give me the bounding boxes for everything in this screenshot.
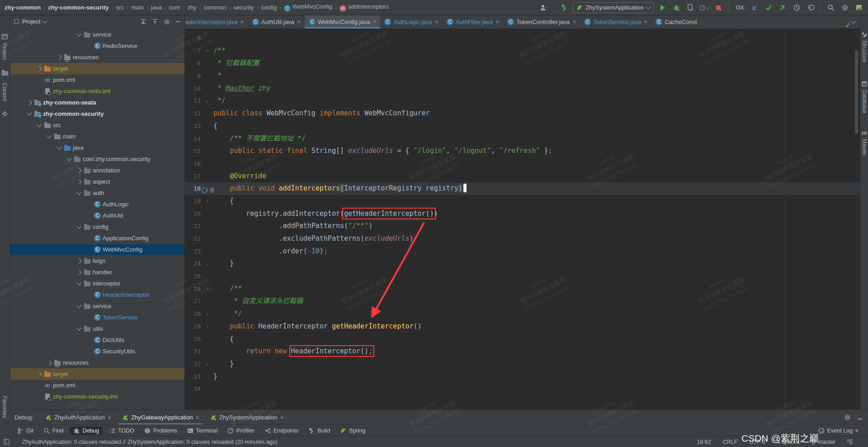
build-hammer-icon[interactable] — [559, 2, 570, 13]
tree-item-target[interactable]: target — [10, 368, 184, 380]
code-line-10[interactable]: 10 * @author zhy — [184, 82, 860, 95]
breadcrumb-item-webmvcconfig[interactable]: CWebMvcConfig — [283, 3, 333, 12]
chevron-right-icon[interactable] — [25, 101, 33, 105]
chevron-down-icon[interactable] — [42, 18, 47, 23]
tree-item-java[interactable]: java — [10, 142, 184, 153]
fold-down-icon[interactable]: ▿ — [204, 320, 211, 333]
collapse-all-icon[interactable] — [152, 19, 158, 24]
tree-item-headerinterceptor[interactable]: CHeaderInterceptor — [10, 289, 184, 300]
settings-gear-icon[interactable] — [840, 2, 850, 13]
close-tab-icon[interactable]: × — [241, 18, 244, 25]
chevron-right-icon[interactable] — [75, 259, 83, 263]
tree-item-zhy-common-security[interactable]: zhy-common-security — [10, 108, 184, 119]
debug-tab-zhyauthapplication[interactable]: ZhyAuthApplication× — [40, 410, 117, 425]
tree-item-webmvcconfig[interactable]: CWebMvcConfig — [10, 244, 184, 255]
tree-item-tokenservice[interactable]: CTokenService — [10, 312, 184, 323]
chevron-down-icon[interactable] — [75, 328, 83, 330]
user-account-icon[interactable] — [538, 2, 549, 13]
chevron-down-icon[interactable] — [75, 305, 83, 307]
code-line-32[interactable]: 32▵ } — [184, 358, 860, 371]
close-tab-icon[interactable]: × — [435, 18, 439, 25]
breadcrumb-item-zhy[interactable]: zhy — [187, 4, 198, 11]
toolwindow-button-find[interactable]: Find — [40, 427, 67, 435]
code-line-13[interactable]: 13{ — [184, 120, 860, 133]
override-method-gutter-icon[interactable]: ↑@ — [202, 184, 214, 196]
editor-tab-cacheconst[interactable]: CCacheConst — [651, 15, 701, 29]
git-branch-widget[interactable]: master — [811, 439, 835, 445]
breadcrumb-item-addinterceptors[interactable]: maddInterceptors — [339, 3, 390, 12]
code-line-31[interactable]: 31 return new HeaderInterceptor(); — [184, 345, 860, 358]
tree-item-handler[interactable]: handler — [10, 266, 184, 278]
close-tab-icon[interactable]: × — [373, 18, 376, 25]
caret-position-widget[interactable]: 18:62 — [697, 439, 711, 445]
debug-tab-zhygatewayapplication[interactable]: ZhyGatewayApplication× — [117, 410, 205, 425]
code-line-21[interactable]: 21 .addPathPatterns("/**") — [184, 220, 860, 233]
tree-item-main[interactable]: main — [10, 131, 184, 142]
code-line-33[interactable]: 33} — [184, 371, 860, 383]
tree-item-aspect[interactable]: aspect — [10, 176, 184, 187]
chevron-right-icon[interactable] — [55, 56, 63, 59]
breadcrumb-item-security[interactable]: security — [233, 4, 255, 11]
tree-item-zhy-common-security-iml[interactable]: zhy-common-security.iml — [10, 391, 184, 402]
tree-item-auth[interactable]: auth — [10, 187, 184, 199]
toolwindow-button-profiler[interactable]: Profiler — [224, 427, 258, 435]
toolwindow-button-terminal[interactable]: Terminal — [184, 427, 221, 435]
chevron-down-icon[interactable] — [45, 135, 53, 138]
stripe-tab-project[interactable]: Project — [1, 43, 8, 60]
code-line-15[interactable]: 15 public static final String[] excludeU… — [184, 145, 860, 157]
code-line-9[interactable]: 9 * — [184, 70, 860, 82]
toolwindow-toggle-icon[interactable] — [4, 439, 9, 445]
fold-down-icon[interactable]: ▿ — [204, 45, 211, 57]
chevron-right-icon[interactable] — [75, 271, 83, 274]
inspections-ok-icon[interactable]: ✓ — [845, 21, 851, 29]
profiler-button[interactable] — [699, 2, 710, 13]
tree-item-resources[interactable]: resources — [10, 357, 184, 368]
tree-item-authlogic[interactable]: CAuthLogic — [10, 199, 184, 210]
recent-changes-icon[interactable] — [791, 2, 802, 13]
code-line-20[interactable]: 20 registry.addInterceptor(getHeaderInte… — [184, 208, 860, 220]
editor-tab-tokencontroller-java[interactable]: CTokenController.java× — [503, 15, 580, 29]
hide-panel-icon[interactable] — [175, 19, 181, 24]
code-line-14[interactable]: 14 /** 不需要拦截地址 */ — [184, 133, 860, 145]
tree-item-annotation[interactable]: annotation — [10, 165, 184, 176]
chevron-right-icon[interactable] — [45, 361, 53, 365]
stop-button[interactable] — [713, 2, 724, 13]
close-tab-icon[interactable]: × — [297, 18, 301, 25]
fold-down-icon[interactable]: ▿ — [204, 195, 211, 208]
chevron-down-icon[interactable] — [75, 282, 83, 285]
tree-item-feign[interactable]: feign — [10, 255, 184, 266]
toolwindow-button-problems[interactable]: Problems — [141, 427, 181, 435]
close-tab-icon[interactable]: × — [644, 18, 647, 25]
tree-item-config[interactable]: config — [10, 221, 184, 233]
stripe-tab-commit[interactable]: Commit — [1, 83, 8, 101]
tree-item-dictutils[interactable]: CDictUtils — [10, 334, 184, 346]
hidden-tabs-chevron-icon[interactable] — [852, 15, 860, 29]
fold-up-icon[interactable]: ▵ — [204, 95, 211, 107]
editor-tab-webmvcconfig-java[interactable]: CWebMvcConfig.java× — [305, 15, 381, 29]
debug-button[interactable] — [671, 2, 682, 13]
editor-scrollbar-thumb[interactable] — [855, 50, 858, 134]
tree-item-interceptor[interactable]: interceptor — [10, 278, 184, 289]
run-configuration-select[interactable]: ZhySystemApplication — [573, 2, 654, 13]
tree-item-applicationconfig[interactable]: CApplicationConfig — [10, 233, 184, 244]
fold-up-icon[interactable]: ▵ — [204, 358, 211, 371]
chevron-right-icon[interactable] — [35, 67, 43, 71]
editor-tab-authutil-java[interactable]: CAuthUtil.java× — [248, 15, 305, 29]
toolwindow-button-git[interactable]: Git — [14, 427, 37, 435]
toolwindow-button-debug[interactable]: Debug — [70, 427, 103, 435]
chevron-right-icon[interactable] — [75, 180, 83, 184]
breadcrumb-item-com[interactable]: com — [168, 4, 181, 11]
toolwindow-button-endpoints[interactable]: Endpoints — [261, 427, 302, 435]
git-commit-button[interactable] — [763, 2, 774, 13]
git-update-button[interactable] — [749, 2, 760, 13]
tree-item-pom-xml[interactable]: mpom.xml — [10, 74, 184, 86]
code-line-17[interactable]: 17 @Override — [184, 170, 860, 183]
minimize-panel-icon[interactable] — [857, 415, 863, 420]
code-line-30[interactable]: 30 { — [184, 333, 860, 346]
stripe-tab-database[interactable]: Database — [861, 90, 868, 113]
chevron-down-icon[interactable] — [75, 192, 83, 194]
editor-tab-tokenservice-java[interactable]: CTokenService.java× — [580, 15, 651, 29]
tree-item-src[interactable]: src — [10, 119, 184, 131]
toolwindow-button-build[interactable]: Build — [305, 427, 334, 435]
stripe-tab-favorites[interactable]: Favorites — [1, 396, 8, 418]
